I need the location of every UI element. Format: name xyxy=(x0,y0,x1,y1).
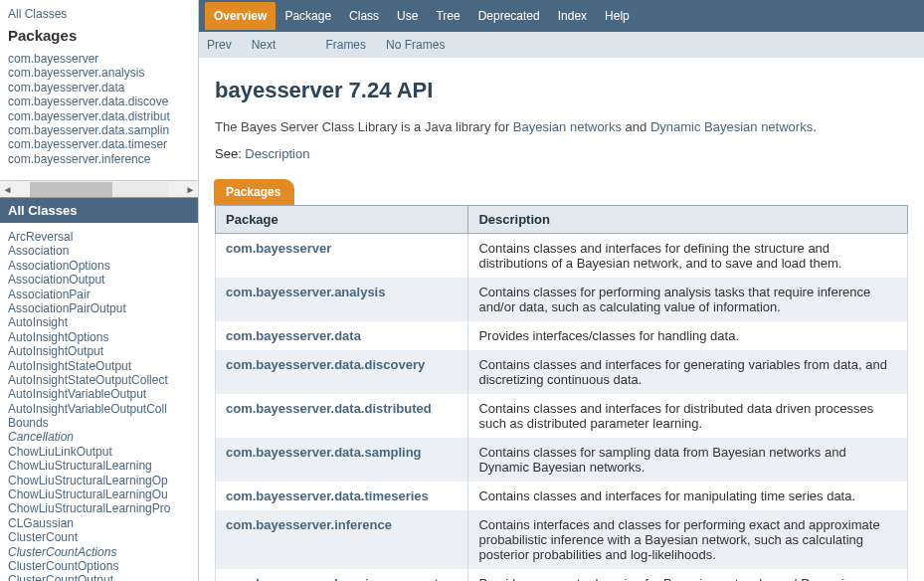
class-link[interactable]: AssociationOptions xyxy=(8,259,190,273)
nav-index[interactable]: Index xyxy=(549,2,596,30)
package-link[interactable]: com.bayesserver.inference xyxy=(8,152,190,166)
class-link[interactable]: AutoInsightStateOutputCollect xyxy=(8,373,190,387)
table-row: com.bayesserver.data.discoveryContains c… xyxy=(216,350,908,394)
horizontal-scrollbar[interactable]: ◄ ► xyxy=(0,180,198,197)
package-list: com.bayesservercom.bayesserver.analysisc… xyxy=(8,52,190,166)
package-link[interactable]: com.bayesserver.data.distribut xyxy=(8,109,190,123)
page-title: bayesserver 7.24 API xyxy=(215,78,908,103)
col-package: Package xyxy=(216,206,468,234)
package-description: Contains interfaces and classes for perf… xyxy=(468,510,908,569)
see-description-link[interactable]: Description xyxy=(245,146,309,161)
nav-next[interactable]: Next xyxy=(252,38,277,52)
class-link[interactable]: ChowLiuLinkOutput xyxy=(8,445,190,459)
class-link[interactable]: AutoInsightOutput xyxy=(8,344,190,358)
package-link[interactable]: com.bayesserver.data.discove xyxy=(8,95,190,108)
class-link[interactable]: Cancellation xyxy=(8,430,190,444)
package-description: Contains classes for sampling data from … xyxy=(468,438,908,482)
packages-heading: Packages xyxy=(8,27,190,44)
nav-tree[interactable]: Tree xyxy=(427,2,468,30)
class-link[interactable]: AutoInsightOptions xyxy=(8,330,190,344)
class-link[interactable]: ClusterCountOptions xyxy=(8,559,190,573)
package-table-link[interactable]: com.bayesserver.data.timeseries xyxy=(226,488,429,503)
scroll-left-icon[interactable]: ◄ xyxy=(0,182,15,197)
package-link[interactable]: com.bayesserver xyxy=(8,52,190,66)
class-link[interactable]: ChowLiuStructuralLearningPro xyxy=(8,501,190,515)
table-row: com.bayesserver.data.samplingContains cl… xyxy=(216,438,908,482)
package-description: Contains classes and interfaces for gene… xyxy=(468,350,908,394)
nav-help[interactable]: Help xyxy=(596,2,639,30)
packages-frame: All Classes Packages com.bayesservercom.… xyxy=(0,0,198,198)
link-dynamic-bayesian-networks[interactable]: Dynamic Bayesian networks xyxy=(650,119,813,134)
scroll-right-icon[interactable]: ► xyxy=(183,182,198,197)
table-row: com.bayesserver.dataProvides interfaces/… xyxy=(216,321,908,350)
content-area: bayesserver 7.24 API The Bayes Server Cl… xyxy=(199,58,924,581)
package-table-link[interactable]: com.bayesserver.data.sampling xyxy=(226,445,422,460)
nav-overview[interactable]: Overview xyxy=(205,2,276,30)
packages-tab: Packages xyxy=(214,179,294,205)
class-link[interactable]: ClusterCountActions xyxy=(8,545,190,559)
class-link[interactable]: AssociationPairOutput xyxy=(8,301,190,315)
intro-suffix: . xyxy=(813,119,817,134)
table-row: com.bayesserver.analysisContains classes… xyxy=(216,278,908,321)
class-link[interactable]: AutoInsight xyxy=(8,315,190,329)
class-list: ArcReversalAssociationAssociationOptions… xyxy=(8,230,190,581)
nav-package[interactable]: Package xyxy=(276,2,340,30)
package-table-link[interactable]: com.bayesserver.analysis xyxy=(226,285,385,299)
class-link[interactable]: ArcReversal xyxy=(8,230,190,244)
classes-frame: ArcReversalAssociationAssociationOptions… xyxy=(0,223,198,581)
all-classes-link[interactable]: All Classes xyxy=(8,7,190,21)
class-link[interactable]: Association xyxy=(8,244,190,258)
intro-mid: and xyxy=(622,119,650,134)
scrollbar-thumb[interactable] xyxy=(30,182,112,197)
package-table-link[interactable]: com.bayesserver.data xyxy=(226,328,361,343)
class-link[interactable]: AutoInsightStateOutput xyxy=(8,359,190,373)
table-row: com.bayesserver.inferenceContains interf… xyxy=(216,510,908,569)
packages-table: Package Description com.bayesserverConta… xyxy=(215,205,908,581)
see-label: See: xyxy=(215,146,245,161)
package-table-link[interactable]: com.bayesserver.data.distributed xyxy=(226,401,432,416)
table-row: com.bayesserverContains classes and inte… xyxy=(216,234,908,279)
nav-no-frames[interactable]: No Frames xyxy=(386,38,445,52)
package-description: Contains classes and interfaces for mani… xyxy=(468,482,908,510)
nav-prev[interactable]: Prev xyxy=(207,38,232,52)
table-row: com.bayesserver.learning.parametersProvi… xyxy=(216,569,908,581)
class-link[interactable]: AssociationOutput xyxy=(8,273,190,287)
nav-use[interactable]: Use xyxy=(388,2,427,30)
class-link[interactable]: ClusterCount xyxy=(8,530,190,544)
see-line: See: Description xyxy=(215,146,908,161)
col-description: Description xyxy=(468,206,908,234)
package-description: Provides interfaces/classes for handling… xyxy=(468,321,908,350)
class-link[interactable]: ChowLiuStructuralLearning xyxy=(8,459,190,473)
package-description: Contains classes and interfaces for defi… xyxy=(468,234,908,279)
top-nav: OverviewPackageClassUseTreeDeprecatedInd… xyxy=(199,0,924,32)
class-link[interactable]: AssociationPair xyxy=(8,288,190,301)
nav-frames[interactable]: Frames xyxy=(325,38,366,52)
package-table-link[interactable]: com.bayesserver.inference xyxy=(226,517,392,532)
class-link[interactable]: ClusterCountOutput xyxy=(8,573,190,581)
package-table-link[interactable]: com.bayesserver xyxy=(226,241,331,256)
nav-class[interactable]: Class xyxy=(340,2,388,30)
package-description: Provides parameter learning for Bayesian… xyxy=(468,569,908,581)
package-description: Contains classes and interfaces for dist… xyxy=(468,394,908,438)
class-link[interactable]: AutoInsightVariableOutputColl xyxy=(8,402,190,416)
intro-prefix: The Bayes Server Class Library is a Java… xyxy=(215,119,513,134)
intro-text: The Bayes Server Class Library is a Java… xyxy=(215,119,908,134)
class-link[interactable]: CLGaussian xyxy=(8,516,190,530)
table-row: com.bayesserver.data.timeseriesContains … xyxy=(216,482,908,510)
class-link[interactable]: AutoInsightVariableOutput xyxy=(8,387,190,401)
package-link[interactable]: com.bayesserver.data xyxy=(8,81,190,95)
class-link[interactable]: ChowLiuStructuralLearningOu xyxy=(8,487,190,501)
class-link[interactable]: Bounds xyxy=(8,416,190,430)
package-link[interactable]: com.bayesserver.analysis xyxy=(8,66,190,80)
link-bayesian-networks[interactable]: Bayesian networks xyxy=(513,119,622,134)
package-link[interactable]: com.bayesserver.data.samplin xyxy=(8,123,190,137)
sub-nav: Prev Next Frames No Frames xyxy=(199,32,924,58)
all-classes-header: All Classes xyxy=(0,198,198,223)
package-link[interactable]: com.bayesserver.data.timeser xyxy=(8,137,190,151)
package-table-link[interactable]: com.bayesserver.data.discovery xyxy=(226,357,425,372)
package-description: Contains classes for performing analysis… xyxy=(468,278,908,321)
table-row: com.bayesserver.data.distributedContains… xyxy=(216,394,908,438)
nav-deprecated[interactable]: Deprecated xyxy=(469,2,549,30)
class-link[interactable]: ChowLiuStructuralLearningOp xyxy=(8,474,190,487)
package-table-link[interactable]: com.bayesserver.learning.parameters xyxy=(226,576,458,581)
